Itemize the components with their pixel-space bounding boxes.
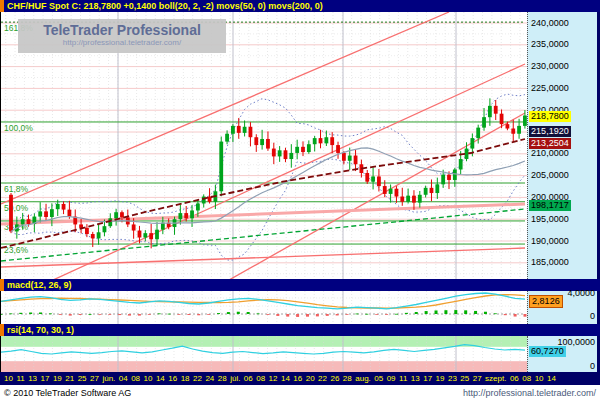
date-axis-label: 14 <box>281 374 290 383</box>
date-axis-label: 27 <box>473 374 482 383</box>
price-axis-label: 185,0000 <box>531 257 569 267</box>
teletrader-app-window: CHF/HUF Spot C: 218,7800 +0,1400 boll(20… <box>0 0 600 400</box>
rsi-axis-zero: 0 <box>590 361 595 371</box>
price-axis-label: 205,0000 <box>531 170 569 180</box>
date-axis-label: 14 <box>156 374 165 383</box>
date-axis-label: 10 <box>535 374 544 383</box>
date-axis-label: júl. <box>230 374 240 383</box>
date-axis-label: 27 <box>90 374 99 383</box>
date-axis-label: 05 <box>374 374 383 383</box>
svg-text:50,0%: 50,0% <box>4 203 29 213</box>
date-axis-label: 22 <box>318 374 327 383</box>
date-axis-label: 08 <box>131 374 140 383</box>
price-axis: 240,0000235,0000230,0000225,0000220,0000… <box>527 12 600 279</box>
date-axis-label: 11 <box>399 374 407 383</box>
price-badge: 215,1920 <box>529 126 571 137</box>
macd-label: macd(12, 26, 9) <box>4 280 72 290</box>
date-axis-label: 18 <box>181 374 190 383</box>
footer-url-link[interactable]: http://professional.teletrader.com/ <box>463 388 596 398</box>
price-axis-label: 190,0000 <box>531 236 569 246</box>
date-axis-label: 23 <box>448 374 457 383</box>
date-axis-label: 25 <box>78 374 87 383</box>
date-axis-label: 08 <box>522 374 531 383</box>
rsi-chart[interactable] <box>0 336 527 372</box>
price-badge: 218,7800 <box>529 111 571 122</box>
watermark: TeleTrader Professional http://professio… <box>18 19 226 53</box>
price-axis-label: 230,0000 <box>531 61 569 71</box>
svg-text:61,8%: 61,8% <box>4 184 29 194</box>
watermark-url: http://professional.teletrader.com/ <box>18 38 226 47</box>
date-axis-label: 12 <box>269 374 278 383</box>
price-axis-label: 225,0000 <box>531 83 569 93</box>
macd-axis: 4,0000 2,8126 0 <box>527 291 600 324</box>
macd-value-badge: 2,8126 <box>529 295 563 308</box>
svg-text:23,6%: 23,6% <box>4 245 29 255</box>
date-axis-label: 20 <box>306 374 315 383</box>
rsi-label: rsi(14, 70, 30, 1) <box>4 325 74 335</box>
date-axis-label: 24 <box>205 374 214 383</box>
date-axis: 1011131719212527jún.040810141618222428jú… <box>0 372 600 385</box>
price-axis-label: 235,0000 <box>531 39 569 49</box>
date-axis-label: 08 <box>256 374 265 383</box>
date-axis-label: 06 <box>244 374 253 383</box>
date-axis-label: 16 <box>293 374 302 383</box>
date-axis-label: 04 <box>119 374 128 383</box>
rsi-axis: 100,0000 60,7270 0 <box>527 336 600 372</box>
date-axis-label: 10 <box>144 374 153 383</box>
date-axis-label: 06 <box>510 374 519 383</box>
date-axis-label: 28 <box>218 374 227 383</box>
rsi-value-badge: 60,7270 <box>529 346 566 357</box>
date-axis-label: szept. <box>485 374 506 383</box>
main-price-chart[interactable]: 161,8%100,0%61,8%50,0%38,2%23,6% TeleTra… <box>0 12 527 279</box>
date-axis-label: 26 <box>330 374 339 383</box>
date-axis-label: 22 <box>193 374 202 383</box>
date-axis-label: 21 <box>65 374 74 383</box>
status-bar: © 2010 TeleTrader Software AG http://pro… <box>0 385 600 400</box>
date-axis-label: 11 <box>16 374 24 383</box>
date-axis-label: 09 <box>387 374 396 383</box>
date-axis-labels: 1011131719212527jún.040810141618222428jú… <box>0 374 556 383</box>
date-axis-label: 19 <box>436 374 445 383</box>
price-axis-label: 240,0000 <box>531 18 569 28</box>
price-badge: 213,2504 <box>529 138 571 149</box>
date-axis-label: 10 <box>4 374 13 383</box>
rsi-header-bar: rsi(14, 70, 30, 1) <box>0 324 600 336</box>
svg-text:100,0%: 100,0% <box>4 123 33 133</box>
date-axis-label: 13 <box>411 374 420 383</box>
macd-axis-top: 4,0000 <box>567 288 595 298</box>
date-axis-label: aug. <box>355 374 371 383</box>
chart-legend-bar: CHF/HUF Spot C: 218,7800 +0,1400 boll(20… <box>0 0 600 12</box>
price-axis-label: 195,0000 <box>531 214 569 224</box>
symbol-legend-text: CHF/HUF Spot C: 218,7800 +0,1400 boll(20… <box>4 1 323 11</box>
date-axis-label: 16 <box>168 374 177 383</box>
date-axis-label: 17 <box>423 374 432 383</box>
date-axis-label: 28 <box>343 374 352 383</box>
date-axis-label: 19 <box>53 374 62 383</box>
price-badge: 198,1717 <box>529 200 571 211</box>
date-axis-label: 13 <box>28 374 37 383</box>
macd-axis-zero: 0 <box>590 311 595 321</box>
copyright-text: © 2010 TeleTrader Software AG <box>4 388 131 398</box>
date-axis-label: jún. <box>102 374 115 383</box>
date-axis-label: 14 <box>547 374 556 383</box>
date-axis-label: 25 <box>460 374 469 383</box>
macd-header-bar: macd(12, 26, 9) <box>0 279 600 291</box>
macd-chart[interactable] <box>0 291 527 324</box>
watermark-brand: TeleTrader Professional <box>18 22 226 38</box>
price-axis-label: 210,0000 <box>531 148 569 158</box>
date-axis-label: 17 <box>41 374 50 383</box>
